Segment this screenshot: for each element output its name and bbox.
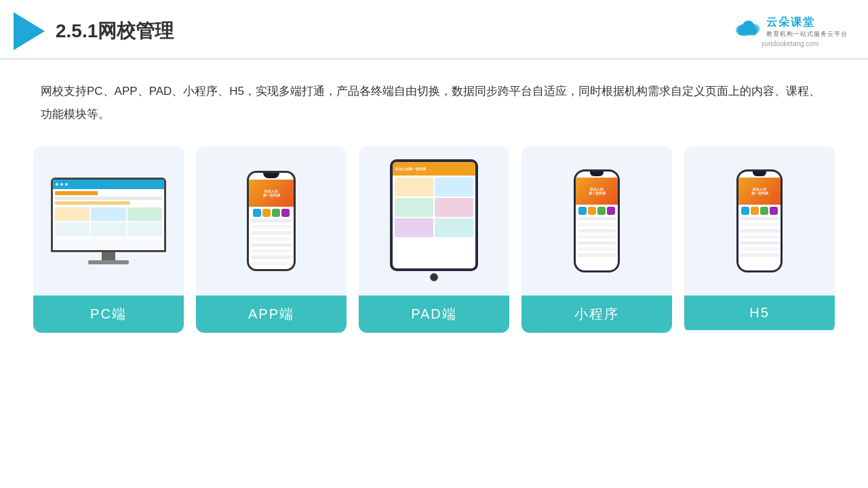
app-list7 [251,256,292,259]
h5-phone-screen: 职达人的第一堂判课 [738,171,781,270]
h5-phone-mockup: 职达人的第一堂判课 [736,169,783,272]
h5-list6 [741,247,778,251]
mini-list5 [578,241,616,245]
tablet-card1 [395,178,433,197]
app-phone-body: 职达人的第一堂判课 [247,171,296,271]
tablet-card6 [435,218,473,237]
card-pc: PC端 [33,146,184,333]
mini-icon2 [588,207,596,215]
app-list2 [251,225,292,228]
h5-banner: 职达人的第一堂判课 [738,178,781,205]
brand-url: yunduoketang.com [762,40,819,47]
mini-list1 [578,217,616,220]
tablet-mockup: 职达人的第一堂判课 [390,159,478,283]
app-list3 [251,231,292,235]
h5-icon3 [760,207,768,215]
app-content [249,207,294,268]
brand-tagline: 教育机构一站式服务云平台 [766,30,848,39]
h5-list4 [741,235,778,239]
app-phone-screen: 职达人的第一堂判课 [249,173,294,269]
pc-screen [53,180,164,250]
cards-container: PC端 职达人的第一堂判课 [41,146,827,333]
card-pc-label: PC端 [33,296,184,333]
h5-icon1 [741,207,749,215]
h5-list7 [741,253,778,257]
app-list8 [251,262,292,265]
app-icon2 [262,209,271,217]
mini-list7 [578,253,616,257]
h5-icon4 [770,207,778,215]
main-content: 网校支持PC、APP、PAD、小程序、H5，实现多端打通，产品各终端自由切换，数… [0,60,868,346]
card-app-image: 职达人的第一堂判课 [196,146,347,296]
card-h5: 职达人的第一堂判课 [684,146,835,333]
h5-content [738,205,781,260]
brand-logo: 云朵课堂 教育机构一站式服务云平台 [732,16,848,39]
description-text: 网校支持PC、APP、PAD、小程序、H5，实现多端打通，产品各终端自由切换，数… [41,80,827,126]
card-h5-image: 职达人的第一堂判课 [684,146,835,296]
tablet-card2 [435,178,473,197]
mini-banner: 职达人的第一堂判课 [576,178,618,205]
tablet-body: 职达人的第一堂判课 [390,159,478,271]
mini-list6 [578,247,616,251]
page-title: 2.5.1网校管理 [56,18,174,44]
app-list5 [251,243,292,247]
svg-point-8 [747,25,757,35]
h5-list1 [741,217,778,220]
app-phone-mockup: 职达人的第一堂判课 [247,171,296,271]
tablet-home-button [430,273,438,281]
mini-content [576,205,618,260]
logo-icon [14,12,45,50]
app-icon1 [253,209,261,217]
pc-monitor [51,178,166,252]
tablet-screen: 职达人的第一堂判课 [393,162,475,268]
tablet-header: 职达人的第一堂判课 [393,162,475,176]
card-pad: 职达人的第一堂判课 [359,146,509,333]
app-list1 [251,219,292,222]
mini-phone-screen: 职达人的第一堂判课 [576,171,618,270]
tablet-card5 [395,218,433,237]
mini-list3 [578,229,616,232]
tablet-card3 [395,198,433,217]
header-left: 2.5.1网校管理 [14,12,174,50]
card-miniprogram-label: 小程序 [521,296,672,333]
mini-icon3 [597,207,606,215]
h5-list2 [741,223,778,226]
mini-list4 [578,235,616,239]
card-app: 职达人的第一堂判课 [196,146,347,333]
miniprogram-phone-mockup: 职达人的第一堂判课 [574,169,620,272]
card-pad-label: PAD端 [359,296,509,333]
mini-icon4 [607,207,615,215]
card-app-label: APP端 [196,296,347,333]
mini-phone-body: 职达人的第一堂判课 [574,169,620,272]
h5-icon2 [751,207,759,215]
mini-list2 [578,223,616,226]
app-list6 [251,249,292,253]
svg-point-7 [738,25,747,35]
brand-area: 云朵课堂 教育机构一站式服务云平台 yunduoketang.com [732,16,848,47]
app-list4 [251,237,292,241]
card-pad-image: 职达人的第一堂判课 [359,146,509,296]
card-h5-label: H5 [684,296,835,330]
tablet-content [393,176,475,239]
app-banner: 职达人的第一堂判课 [249,180,294,207]
card-miniprogram-image: 职达人的第一堂判课 [521,146,672,296]
card-pc-image [33,146,184,296]
h5-notch [753,171,766,176]
app-icon4 [281,209,290,217]
mini-notch [590,171,604,176]
h5-list5 [741,241,778,245]
mini-icon1 [578,207,587,215]
tablet-header-text: 职达人的第一堂判课 [395,167,426,171]
tablet-card4 [435,198,473,217]
brand-text: 云朵课堂 教育机构一站式服务云平台 [766,16,848,39]
card-miniprogram: 职达人的第一堂判课 [521,146,672,333]
cloud-icon [732,17,762,37]
h5-phone-body: 职达人的第一堂判课 [736,169,783,272]
brand-name: 云朵课堂 [766,16,815,30]
pc-mockup [51,178,166,264]
app-icon3 [272,209,280,217]
header: 2.5.1网校管理 云朵课堂 教育机构一站式服务云平台 yunduoketang… [0,0,868,60]
h5-list3 [741,229,778,232]
